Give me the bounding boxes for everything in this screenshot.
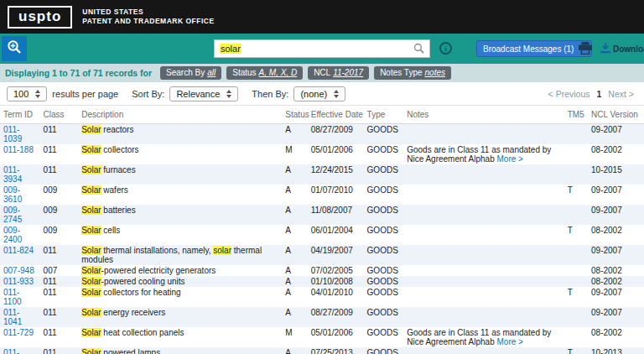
then-by-label: Then By: [252,89,288,99]
effective-date-cell: 11/08/2007 [308,205,364,225]
filter-ncl[interactable]: NCL11-2017 [308,66,369,80]
class-cell: 011 [40,327,79,347]
status-cell: A [282,185,307,205]
search-highlight: solar [213,246,231,255]
term-id-link[interactable]: 011-1390 [3,348,22,354]
tm5-cell [564,164,588,185]
current-page[interactable]: 1 [597,89,602,99]
ncl-version-cell: 09-2007 [588,205,644,225]
notes-cell [403,347,564,354]
magnifier-plus-icon [7,39,22,58]
table-row: 011-824011Solar thermal installations, n… [0,245,644,265]
term-id-link[interactable]: 011-933 [3,277,34,286]
zoom-search-button[interactable] [2,36,27,61]
next-page-link[interactable]: Next > [608,89,634,99]
search-highlight: Solar [81,226,101,235]
pagination: < Previous 1 Next > [548,89,637,99]
term-id-cell: 011-933 [0,276,40,287]
type-cell: GOODS [364,164,404,185]
notes-cell: Goods are in Class 11 as mandated by Nic… [403,144,564,164]
term-id-link[interactable]: 011-1039 [3,125,22,143]
search-highlight: Solar [81,185,101,195]
type-cell: GOODS [364,185,404,205]
effective-date-cell: 12/24/2015 [308,164,364,185]
status-cell: A [282,276,307,287]
description-cell: Solar cells [78,225,282,245]
tm5-cell: T [564,185,588,205]
class-cell: 007 [40,265,79,276]
class-cell: 011 [40,144,79,164]
filter-ncl-label: NCL [314,68,330,77]
tm5-cell [564,307,588,327]
term-id-cell: 009-2400 [0,225,40,245]
status-cell: A [282,245,307,265]
class-cell: 011 [40,164,79,185]
term-id-link[interactable]: 011-824 [3,246,34,255]
col-ncl-version[interactable]: NCL Version [588,106,644,124]
type-cell: GOODS [364,327,404,347]
notes-more-link[interactable]: More > [497,154,523,164]
class-cell: 011 [40,307,79,327]
effective-date-cell: 04/19/2007 [308,245,364,265]
effective-date-cell: 05/01/2006 [308,144,364,164]
filter-status[interactable]: StatusA, M, X, D [226,66,303,80]
term-id-link[interactable]: 007-948 [3,266,34,275]
table-row: 009-2400009Solar cellsA06/01/2004GOODST0… [0,225,644,245]
filter-search-by-value: all [207,68,216,77]
col-status[interactable]: Status [282,106,307,124]
stepper-arrows-icon [35,90,40,98]
tm5-cell [564,144,588,164]
info-icon[interactable]: i [439,42,452,55]
filter-search-by[interactable]: Search Byall [160,66,221,80]
effective-date-cell: 04/01/2010 [308,287,364,307]
col-notes[interactable]: Notes [403,106,564,124]
term-id-link[interactable]: 011-729 [3,328,34,337]
col-class[interactable]: Class [40,106,79,124]
term-id-link[interactable]: 009-3610 [3,185,22,204]
tm5-cell [564,245,588,265]
notes-cell [403,164,564,185]
print-button[interactable] [579,42,592,58]
per-page-select[interactable]: 100 [7,86,47,102]
search-input[interactable]: solar [214,39,430,58]
term-id-cell: 011-3934 [0,164,40,185]
per-page-value: 100 [13,89,29,99]
filter-notes-type-label: Notes Type [380,68,422,77]
tm5-cell [564,124,588,145]
tm5-cell: T [564,347,588,354]
col-type[interactable]: Type [364,106,404,124]
records-summary: Displaying 1 to 71 of 71 records for [5,68,152,78]
filter-notes-type[interactable]: Notes Typenotes [374,66,451,80]
col-tm5[interactable]: TM5 [564,106,588,124]
term-id-link[interactable]: 011-3934 [3,165,22,184]
notes-cell [403,245,564,265]
sort-by-select[interactable]: Relevance [169,86,238,102]
term-id-cell: 011-824 [0,245,40,265]
term-id-link[interactable]: 011-1100 [3,288,22,306]
search-icon[interactable] [413,43,424,55]
description-cell: Solar batteries [78,205,282,225]
term-id-link[interactable]: 009-2400 [3,226,22,244]
filter-search-by-label: Search By [166,68,205,77]
term-id-link[interactable]: 009-2745 [3,206,22,224]
broadcast-messages-button[interactable]: Broadcast Messages (1) [476,40,592,57]
agency-title-line2: PATENT AND TRADEMARK OFFICE [82,17,214,26]
col-effective-date[interactable]: Effective Date [308,106,364,124]
search-highlight: Solar [81,246,101,255]
col-term-id[interactable]: Term ID [0,106,40,124]
term-id-link[interactable]: 011-1041 [3,308,22,326]
table-row: 009-3610009Solar wafersA01/07/2010GOODST… [0,185,644,205]
ncl-version-cell: 08-2002 [588,265,644,276]
printer-icon [579,43,592,57]
type-cell: GOODS [364,205,404,225]
table-row: 011-729011Solar heat collection panelsM0… [0,327,644,347]
download-button[interactable]: Download [600,43,644,55]
filter-notes-type-value: notes [425,68,445,77]
status-cell: A [282,307,307,327]
previous-page-link[interactable]: < Previous [548,89,590,99]
then-by-select[interactable]: (none) [293,86,345,102]
description-cell: Solar-powered electricity generators [78,265,282,276]
col-description[interactable]: Description [78,106,282,124]
term-id-link[interactable]: 011-188 [3,145,34,154]
notes-more-link[interactable]: More > [497,337,523,346]
